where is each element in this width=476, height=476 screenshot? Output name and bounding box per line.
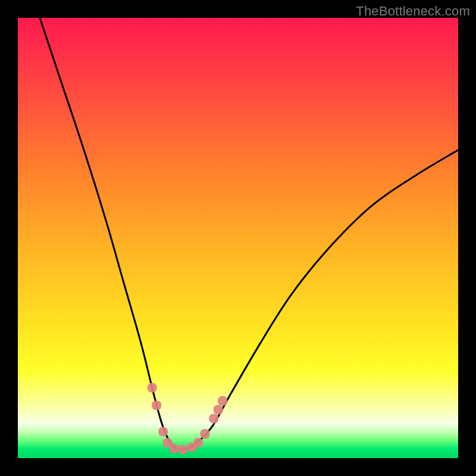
highlight-markers bbox=[148, 383, 227, 455]
marker-point bbox=[201, 429, 210, 439]
marker-point bbox=[209, 414, 218, 423]
marker-point bbox=[218, 396, 227, 406]
marker-point bbox=[178, 444, 188, 454]
marker-point bbox=[148, 383, 157, 393]
plot-area bbox=[18, 18, 458, 458]
marker-point bbox=[193, 438, 203, 447]
marker-point bbox=[170, 444, 179, 453]
bottleneck-curve bbox=[40, 18, 458, 449]
watermark-text: TheBottleneck.com bbox=[356, 4, 470, 19]
marker-point bbox=[152, 400, 161, 410]
marker-point bbox=[158, 427, 168, 437]
curve-svg bbox=[18, 18, 458, 458]
marker-point bbox=[214, 405, 223, 415]
chart-frame: TheBottleneck.com bbox=[0, 0, 476, 476]
